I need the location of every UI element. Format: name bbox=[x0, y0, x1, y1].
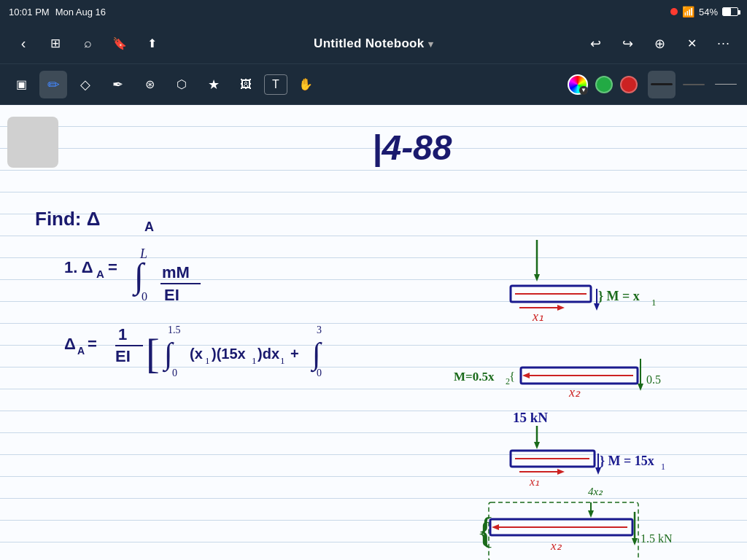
svg-text:} M = x: } M = x bbox=[598, 289, 640, 303]
status-right: 📶 54% bbox=[670, 6, 738, 18]
lasso-tool-button[interactable]: ⊛ bbox=[136, 71, 163, 98]
svg-text:Δ: Δ bbox=[64, 335, 76, 353]
pen-tool-button[interactable]: ✏ bbox=[39, 71, 67, 98]
close-button[interactable]: ✕ bbox=[677, 29, 706, 58]
image-tool-button[interactable]: 🖼 bbox=[232, 71, 260, 98]
svg-text:EI: EI bbox=[115, 347, 131, 365]
redo-button[interactable]: ↪ bbox=[613, 29, 642, 58]
thick-line-option[interactable] bbox=[648, 71, 676, 98]
svg-marker-55 bbox=[534, 442, 540, 449]
svg-text:x₁: x₁ bbox=[532, 309, 543, 324]
add-page-button[interactable]: ⊕ bbox=[645, 29, 674, 58]
svg-text:{: { bbox=[509, 370, 515, 384]
svg-text:A: A bbox=[144, 219, 154, 234]
share-button[interactable]: ⬆ bbox=[137, 29, 166, 58]
thick-line-indicator bbox=[651, 83, 673, 85]
record-indicator bbox=[670, 8, 678, 15]
svg-text:(x: (x bbox=[190, 346, 203, 362]
svg-text:{: { bbox=[477, 516, 491, 549]
svg-text:A: A bbox=[77, 345, 85, 357]
svg-text:+: + bbox=[290, 346, 299, 362]
svg-text:|4-88: |4-88 bbox=[372, 128, 452, 167]
svg-text:)(15x: )(15x bbox=[212, 346, 246, 362]
svg-text:1: 1 bbox=[651, 297, 657, 308]
svg-text:1. Δ: 1. Δ bbox=[64, 258, 93, 276]
svg-text:Find:   Δ: Find: Δ bbox=[35, 208, 100, 230]
svg-text:x₂: x₂ bbox=[550, 539, 562, 553]
red-color-button[interactable] bbox=[620, 76, 638, 93]
highlighter-tool-button[interactable]: ✒ bbox=[104, 71, 131, 98]
grid-button[interactable]: ⊞ bbox=[41, 29, 70, 58]
svg-marker-33 bbox=[534, 274, 540, 281]
svg-text:3: 3 bbox=[317, 324, 322, 335]
sidebar-toggle-button[interactable]: ▣ bbox=[7, 71, 35, 98]
selection-tool-button[interactable]: ⬡ bbox=[168, 71, 196, 98]
thin-line-indicator bbox=[715, 84, 737, 85]
search-button[interactable]: ⌕ bbox=[73, 29, 102, 58]
svg-text:[: [ bbox=[146, 331, 160, 376]
svg-marker-70 bbox=[588, 510, 594, 518]
back-button[interactable]: ‹ bbox=[9, 29, 38, 58]
tools-bar: ▣ ✏ ◇ ✒ ⊛ ⬡ ★ 🖼 T ✋ ▼ bbox=[0, 64, 747, 105]
wifi-icon: 📶 bbox=[682, 6, 694, 18]
svg-marker-37 bbox=[557, 305, 565, 311]
svg-text:EI: EI bbox=[164, 286, 179, 304]
svg-text:1: 1 bbox=[252, 355, 257, 366]
svg-text:0: 0 bbox=[172, 368, 177, 378]
notebook-canvas[interactable]: |4-88 Find: Δ A 1. Δ A = ∫ L 0 mM EI Δ A… bbox=[0, 105, 747, 560]
medium-line-indicator bbox=[683, 84, 705, 85]
svg-text:} M = 15x: } M = 15x bbox=[600, 454, 654, 468]
svg-text:=: = bbox=[108, 258, 117, 276]
svg-text:15 kN: 15 kN bbox=[513, 410, 548, 425]
svg-marker-42 bbox=[594, 303, 600, 311]
svg-text:)dx: )dx bbox=[258, 346, 279, 362]
svg-text:=: = bbox=[88, 335, 97, 353]
svg-rect-66 bbox=[489, 502, 638, 560]
svg-text:mM: mM bbox=[162, 263, 190, 281]
svg-text:M=0.5x: M=0.5x bbox=[454, 370, 495, 384]
battery-percent: 54% bbox=[699, 7, 718, 18]
green-color-button[interactable] bbox=[595, 76, 613, 93]
svg-text:A: A bbox=[96, 268, 104, 280]
star-tool-button[interactable]: ★ bbox=[200, 71, 228, 98]
svg-text:0.5: 0.5 bbox=[646, 373, 661, 386]
svg-text:0: 0 bbox=[317, 368, 322, 378]
date-display: Mon Aug 16 bbox=[55, 7, 106, 18]
svg-text:1.5: 1.5 bbox=[168, 324, 181, 335]
svg-text:1.5 kN: 1.5 kN bbox=[640, 532, 673, 545]
undo-button[interactable]: ↩ bbox=[581, 29, 610, 58]
notebook-title: Untitled Notebook ▾ bbox=[169, 36, 578, 51]
main-toolbar: ‹ ⊞ ⌕ 🔖 ⬆ Untitled Notebook ▾ ↩ ↪ ⊕ ✕ ··… bbox=[0, 23, 747, 64]
svg-text:0: 0 bbox=[142, 290, 147, 303]
text-tool-button[interactable]: T bbox=[264, 74, 287, 95]
bookmark-button[interactable]: 🔖 bbox=[105, 29, 134, 58]
color-picker-button[interactable]: ▼ bbox=[568, 74, 588, 95]
time-display: 10:01 PM bbox=[9, 7, 50, 18]
svg-text:4x₂: 4x₂ bbox=[588, 486, 603, 497]
handwritten-content: |4-88 Find: Δ A 1. Δ A = ∫ L 0 mM EI Δ A… bbox=[0, 105, 747, 560]
svg-marker-64 bbox=[595, 467, 601, 475]
more-button[interactable]: ··· bbox=[709, 29, 738, 58]
medium-line-option[interactable] bbox=[680, 71, 708, 98]
svg-text:1: 1 bbox=[205, 355, 210, 366]
battery-icon bbox=[722, 7, 738, 16]
svg-marker-59 bbox=[557, 469, 565, 475]
svg-text:1: 1 bbox=[661, 462, 665, 472]
svg-text:x₁: x₁ bbox=[529, 475, 539, 488]
svg-text:1: 1 bbox=[118, 325, 127, 343]
status-bar: 10:01 PM Mon Aug 16 📶 54% bbox=[0, 0, 747, 23]
svg-text:x₂: x₂ bbox=[568, 385, 581, 400]
eraser-tool-button[interactable]: ◇ bbox=[71, 71, 99, 98]
svg-text:1: 1 bbox=[280, 355, 285, 366]
svg-marker-48 bbox=[522, 373, 530, 378]
hand-tool-button[interactable]: ✋ bbox=[292, 71, 320, 98]
svg-text:L: L bbox=[139, 246, 147, 261]
thin-line-option[interactable] bbox=[712, 71, 740, 98]
svg-marker-51 bbox=[638, 384, 643, 391]
status-left: 10:01 PM Mon Aug 16 bbox=[9, 7, 106, 18]
svg-marker-76 bbox=[632, 538, 638, 545]
